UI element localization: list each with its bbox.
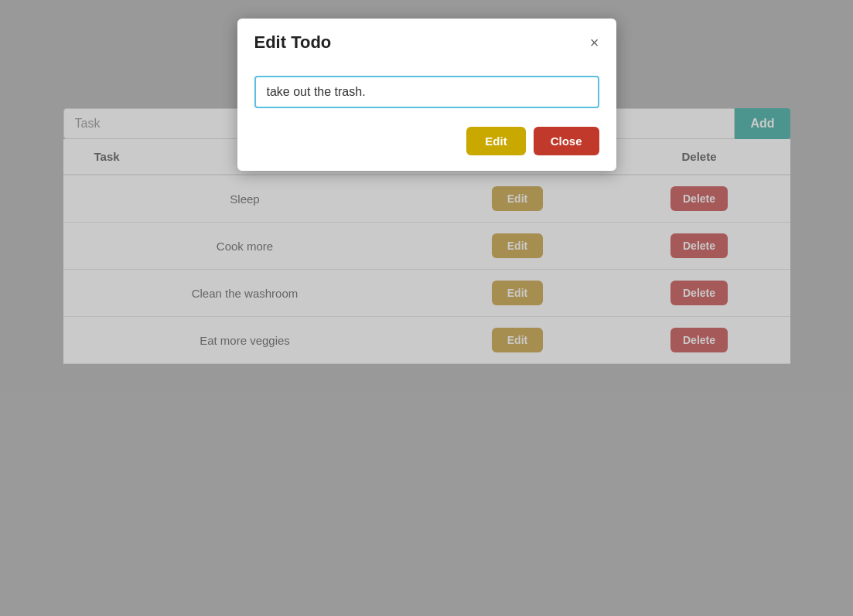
modal-edit-button[interactable]: Edit bbox=[466, 127, 525, 155]
modal-header: Edit Todo × bbox=[237, 19, 616, 63]
modal-overlay: Edit Todo × Edit Close bbox=[0, 0, 853, 616]
edit-todo-input[interactable] bbox=[254, 76, 599, 108]
edit-todo-modal: Edit Todo × Edit Close bbox=[237, 19, 616, 171]
modal-close-button[interactable]: Close bbox=[534, 127, 599, 155]
modal-close-x-button[interactable]: × bbox=[590, 35, 599, 50]
modal-body bbox=[237, 63, 616, 116]
modal-title: Edit Todo bbox=[254, 32, 332, 53]
modal-footer: Edit Close bbox=[237, 116, 616, 171]
